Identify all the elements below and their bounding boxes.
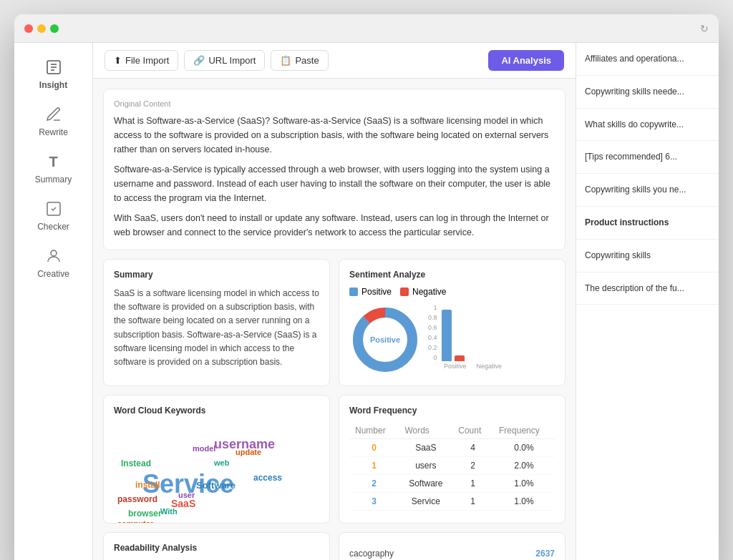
summary-panel: Summary SaaS is a software licensing mod… [103,259,330,386]
table-row: 2 Software 1 1.0% [349,475,555,493]
row-word: SaaS [399,439,452,457]
right-panel-item-product-instructions[interactable]: Product instructions [576,207,719,240]
refresh-icon[interactable]: ↻ [700,23,709,34]
main-content: ⬆ File Import 🔗 URL Import 📋 Paste AI An… [93,43,576,560]
right-panel-item-copywriting-skills-needed[interactable]: Copywriting skills neede... [576,76,719,109]
stats-box: cacography 2637 Word Count 2637 Sentence… [339,532,565,560]
sentiment-panel: Sentiment Analyze Positive Negative [339,259,565,386]
positive-label: Positive [361,287,392,297]
word-cloud-box: Word Cloud Keywords ServiceusernameSaaSI… [103,395,330,524]
sidebar-item-insight[interactable]: Insight [14,50,92,97]
row-word: users [399,457,452,475]
paste-button[interactable]: 📋 Paste [271,50,328,71]
sidebar-item-summary[interactable]: T Summary [14,144,92,192]
creative-label: Creative [37,269,69,279]
word-cloud-word: install [135,480,160,490]
word-frequency-box: Word Frequency Number Words Count Freque… [339,395,565,524]
col-count: Count [452,423,493,439]
checker-label: Checker [37,222,69,232]
original-content-box: Original Content What is Software-as-a-S… [103,89,565,250]
close-button[interactable] [24,24,33,33]
word-cloud-title: Word Cloud Keywords [114,406,319,416]
row-number: 2 [349,475,399,493]
row-count: 1 [452,493,493,511]
bar-wrapper [442,304,465,361]
app-body: Insight Rewrite T Summary [14,43,719,560]
right-panel-item-tips-recommended[interactable]: [Tips recommended] 6... [576,141,719,174]
file-import-button[interactable]: ⬆ File Import [105,50,178,71]
word-cloud-word: update [236,448,261,456]
original-content-label: Original Content [114,99,555,108]
stat-label: cacography [349,549,394,559]
svg-point-5 [51,250,57,256]
stat-value: 2637 [535,549,555,559]
word-cloud-word: model [193,444,215,453]
ai-analysis-button[interactable]: AI Analysis [488,50,564,71]
readability-box: Readability Analysis Good Medium [103,532,330,560]
right-panel-item-what-skills[interactable]: What skills do copywrite... [576,109,719,142]
word-cloud-word: access [253,473,282,483]
rewrite-icon [44,104,64,124]
paste-label: Paste [295,55,319,66]
word-cloud-word: computer [117,519,153,523]
word-cloud-word: password [117,494,157,504]
sidebar-item-checker[interactable]: Checker [14,192,92,239]
right-panel-item-description-fu[interactable]: The description of the fu... [576,272,719,305]
row-word: Service [399,493,452,511]
row-number: 1 [349,457,399,475]
readability-title: Readability Analysis [114,543,319,553]
row-count: 4 [452,439,493,457]
summary-title: Summary [114,270,319,280]
row-word: Software [399,475,452,493]
content-area[interactable]: Original Content What is Software-as-a-S… [93,79,576,560]
file-import-icon: ⬆ [114,55,122,66]
word-cloud-word: user [178,491,195,499]
insight-icon [44,57,64,77]
row-frequency: 0.0% [493,439,555,457]
word-cloud-area: ServiceusernameSaaSInsteadinstallmodelwe… [114,423,319,523]
url-import-icon: 🔗 [193,55,205,66]
minimize-button[interactable] [37,24,46,33]
sidebar-item-rewrite[interactable]: Rewrite [14,97,92,144]
word-cloud-word: web [214,458,229,467]
sentiment-box: Sentiment Analyze Positive Negative [339,259,565,386]
readability-row: Readability Analysis Good Medium [103,532,565,560]
url-import-button[interactable]: 🔗 URL Import [184,50,265,71]
col-frequency: Frequency [493,423,555,439]
row-count: 1 [452,475,493,493]
row-number: 3 [349,493,399,511]
summary-sentiment-row: Summary SaaS is a software licensing mod… [103,259,565,386]
word-frequency-title: Word Frequency [349,406,555,416]
checker-icon [44,199,64,219]
url-import-label: URL Import [208,55,256,66]
maximize-button[interactable] [50,24,59,33]
bar-chart: 1 0.8 0.6 0.4 0.2 0 [428,304,555,375]
stat-row: cacography 2637 [349,543,555,560]
traffic-lights [24,24,59,33]
row-frequency: 1.0% [493,493,555,511]
file-import-label: File Import [125,55,169,66]
right-panel-item-affiliates[interactable]: Affiliates and operationa... [576,43,719,76]
word-cloud-word: With [160,507,178,516]
paste-icon: 📋 [280,55,291,66]
negative-label: Negative [412,287,446,297]
app-window: ↻ Insight [14,14,719,560]
sidebar-item-creative[interactable]: Creative [14,239,92,286]
row-number: 0 [349,439,399,457]
positive-axis: Positive [444,363,467,370]
summary-icon: T [44,152,64,172]
summary-label: Summary [35,175,72,185]
table-row: 3 Service 1 1.0% [349,493,555,511]
positive-dot [349,288,358,296]
sentiment-legend: Positive Negative [349,287,555,297]
toolbar: ⬆ File Import 🔗 URL Import 📋 Paste AI An… [93,43,576,79]
table-row: 0 SaaS 4 0.0% [349,439,555,457]
summary-box: Summary SaaS is a software licensing mod… [103,259,330,386]
frequency-table: Number Words Count Frequency 0 SaaS 4 0.… [349,423,555,511]
bar-scale: 1 0.8 0.6 0.4 0.2 0 [428,304,439,361]
right-panel-item-copywriting-skills[interactable]: Copywriting skills [576,240,719,272]
right-panel-item-copywriting-skills-you-ne[interactable]: Copywriting skills you ne... [576,174,719,207]
summary-text: SaaS is a software licensing model in wh… [114,287,319,369]
rewrite-label: Rewrite [39,127,68,137]
sentiment-title: Sentiment Analyze [349,270,555,280]
